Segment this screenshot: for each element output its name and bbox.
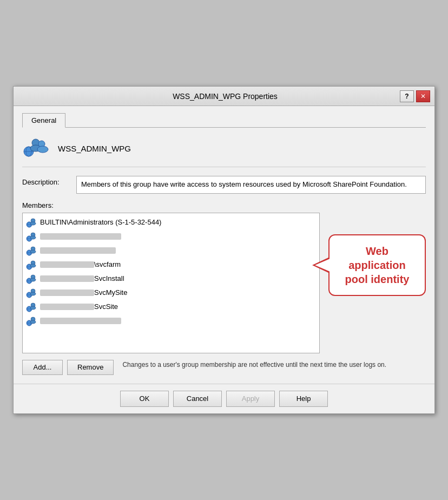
group-name: WSS_ADMIN_WPG [58,144,131,153]
list-item[interactable]: SvcSite [23,300,319,314]
svg-point-6 [37,146,48,153]
member-suffix: SvcInstall [94,274,124,282]
note-text: Changes to a user's group membership are… [122,360,386,370]
title-bar: WSS_ADMIN_WPG Properties ? ✕ [14,87,434,106]
list-item[interactable]: SvcMySite [23,286,319,300]
help-title-button[interactable]: ? [400,90,414,102]
window-title: WSS_ADMIN_WPG Properties [50,92,400,101]
list-item[interactable]: BUILTIN\Administrators (S-1-5-32-544) [23,215,319,229]
list-item[interactable]: \svcfarm [23,258,319,272]
member-redacted [40,318,121,324]
svg-point-36 [30,292,36,295]
member-name: BUILTIN\Administrators (S-1-5-32-544) [40,218,161,226]
callout-box: Web application pool identity [328,234,426,296]
member-redacted [40,247,116,254]
tab-general[interactable]: General [22,113,65,128]
section-header: WSS_ADMIN_WPG [22,136,426,167]
description-row: Description: Members of this group have … [22,176,426,193]
action-buttons: Add... Remove [22,360,114,375]
list-item[interactable] [23,314,319,328]
remove-button[interactable]: Remove [67,360,114,375]
title-buttons: ? ✕ [400,90,430,102]
cancel-button[interactable]: Cancel [173,391,222,407]
members-section: BUILTIN\Administrators (S-1-5-32-544) [22,213,426,353]
svg-point-16 [30,236,36,239]
list-item[interactable] [23,229,319,244]
bottom-section: Add... Remove Changes to a user's group … [22,360,426,375]
group-icon [22,136,49,160]
apply-button[interactable]: Apply [226,391,275,407]
member-redacted [40,275,94,282]
member-suffix: \svcfarm [94,260,121,268]
member-redacted [40,261,94,268]
member-redacted [40,290,94,296]
member-suffix: SvcSite [94,302,118,311]
list-item[interactable] [23,244,319,258]
svg-point-46 [30,320,36,324]
svg-point-11 [30,222,36,225]
ok-button[interactable]: OK [120,391,169,407]
callout-text: Web application pool identity [345,245,410,285]
svg-point-41 [30,306,36,310]
svg-point-31 [30,278,36,281]
svg-point-26 [30,264,36,267]
description-label: Description: [22,176,76,186]
description-value: Members of this group have write access … [76,176,426,193]
help-button[interactable]: Help [279,391,328,407]
member-suffix: SvcMySite [94,288,127,297]
dialog-window: WSS_ADMIN_WPG Properties ? ✕ General [13,86,435,413]
members-label: Members: [22,201,426,209]
dialog-footer: OK Cancel Apply Help [14,384,434,413]
member-redacted [40,233,121,240]
members-list[interactable]: BUILTIN\Administrators (S-1-5-32-544) [22,213,320,353]
svg-point-21 [30,250,36,253]
callout-area: Web application pool identity [328,213,426,296]
close-title-button[interactable]: ✕ [416,90,430,102]
tab-bar: General [22,113,426,128]
member-redacted [40,304,94,310]
list-item[interactable]: SvcInstall [23,272,319,286]
add-button[interactable]: Add... [22,360,63,375]
dialog-body: General WSS_ADMIN_WP [14,106,434,383]
